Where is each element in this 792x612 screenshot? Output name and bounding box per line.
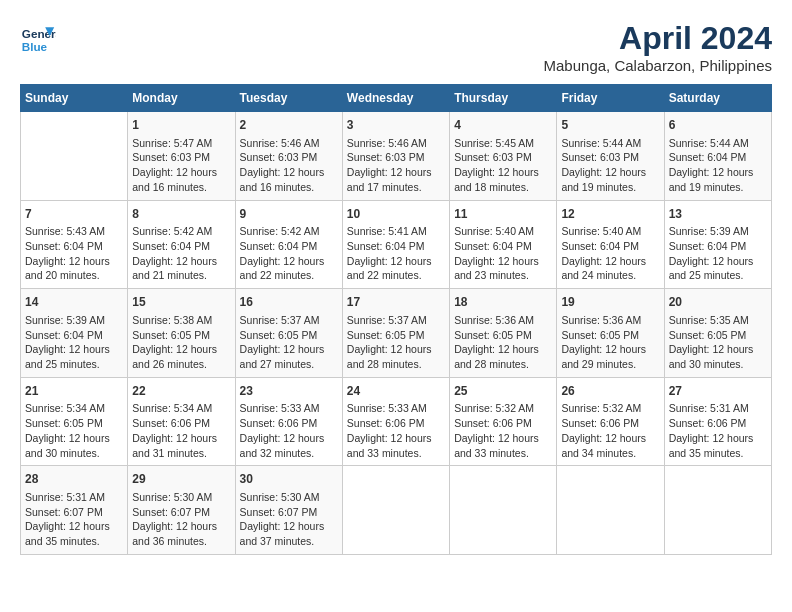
logo-icon: General Blue: [20, 20, 56, 56]
day-number: 8: [132, 206, 230, 223]
day-number: 22: [132, 383, 230, 400]
daylight-text: Daylight: 12 hours and 33 minutes.: [347, 432, 432, 459]
sunrise-text: Sunrise: 5:37 AM: [240, 314, 320, 326]
day-number: 25: [454, 383, 552, 400]
daylight-text: Daylight: 12 hours and 22 minutes.: [347, 255, 432, 282]
day-number: 19: [561, 294, 659, 311]
sunrise-text: Sunrise: 5:42 AM: [132, 225, 212, 237]
daylight-text: Daylight: 12 hours and 26 minutes.: [132, 343, 217, 370]
daylight-text: Daylight: 12 hours and 17 minutes.: [347, 166, 432, 193]
sunset-text: Sunset: 6:05 PM: [132, 329, 210, 341]
day-number: 17: [347, 294, 445, 311]
day-number: 16: [240, 294, 338, 311]
sunset-text: Sunset: 6:04 PM: [240, 240, 318, 252]
sunrise-text: Sunrise: 5:33 AM: [240, 402, 320, 414]
sunrise-text: Sunrise: 5:31 AM: [669, 402, 749, 414]
daylight-text: Daylight: 12 hours and 20 minutes.: [25, 255, 110, 282]
calendar-header-row: SundayMondayTuesdayWednesdayThursdayFrid…: [21, 85, 772, 112]
sunset-text: Sunset: 6:06 PM: [561, 417, 639, 429]
day-number: 18: [454, 294, 552, 311]
daylight-text: Daylight: 12 hours and 23 minutes.: [454, 255, 539, 282]
day-number: 26: [561, 383, 659, 400]
day-number: 3: [347, 117, 445, 134]
day-number: 27: [669, 383, 767, 400]
sunrise-text: Sunrise: 5:45 AM: [454, 137, 534, 149]
sunset-text: Sunset: 6:04 PM: [454, 240, 532, 252]
day-number: 7: [25, 206, 123, 223]
header-thursday: Thursday: [450, 85, 557, 112]
daylight-text: Daylight: 12 hours and 33 minutes.: [454, 432, 539, 459]
sunset-text: Sunset: 6:04 PM: [132, 240, 210, 252]
day-number: 20: [669, 294, 767, 311]
calendar-day: 17Sunrise: 5:37 AMSunset: 6:05 PMDayligh…: [342, 289, 449, 378]
sunset-text: Sunset: 6:04 PM: [669, 151, 747, 163]
sunrise-text: Sunrise: 5:44 AM: [669, 137, 749, 149]
calendar-day: 19Sunrise: 5:36 AMSunset: 6:05 PMDayligh…: [557, 289, 664, 378]
sunrise-text: Sunrise: 5:41 AM: [347, 225, 427, 237]
calendar-day: 5Sunrise: 5:44 AMSunset: 6:03 PMDaylight…: [557, 112, 664, 201]
sunrise-text: Sunrise: 5:37 AM: [347, 314, 427, 326]
sunrise-text: Sunrise: 5:39 AM: [25, 314, 105, 326]
sunrise-text: Sunrise: 5:44 AM: [561, 137, 641, 149]
sunset-text: Sunset: 6:03 PM: [561, 151, 639, 163]
sunset-text: Sunset: 6:05 PM: [669, 329, 747, 341]
sunset-text: Sunset: 6:05 PM: [25, 417, 103, 429]
calendar-day: [664, 466, 771, 555]
calendar-day: 11Sunrise: 5:40 AMSunset: 6:04 PMDayligh…: [450, 200, 557, 289]
calendar-day: 8Sunrise: 5:42 AMSunset: 6:04 PMDaylight…: [128, 200, 235, 289]
sunset-text: Sunset: 6:04 PM: [669, 240, 747, 252]
daylight-text: Daylight: 12 hours and 18 minutes.: [454, 166, 539, 193]
calendar-day: 23Sunrise: 5:33 AMSunset: 6:06 PMDayligh…: [235, 377, 342, 466]
calendar-day: [450, 466, 557, 555]
calendar-day: 15Sunrise: 5:38 AMSunset: 6:05 PMDayligh…: [128, 289, 235, 378]
calendar-week-5: 28Sunrise: 5:31 AMSunset: 6:07 PMDayligh…: [21, 466, 772, 555]
sunrise-text: Sunrise: 5:43 AM: [25, 225, 105, 237]
sunset-text: Sunset: 6:05 PM: [454, 329, 532, 341]
sunset-text: Sunset: 6:06 PM: [240, 417, 318, 429]
daylight-text: Daylight: 12 hours and 24 minutes.: [561, 255, 646, 282]
svg-text:Blue: Blue: [22, 40, 48, 53]
page-subtitle: Mabunga, Calabarzon, Philippines: [544, 57, 772, 74]
calendar-day: 1Sunrise: 5:47 AMSunset: 6:03 PMDaylight…: [128, 112, 235, 201]
header-monday: Monday: [128, 85, 235, 112]
sunrise-text: Sunrise: 5:30 AM: [132, 491, 212, 503]
sunrise-text: Sunrise: 5:42 AM: [240, 225, 320, 237]
daylight-text: Daylight: 12 hours and 36 minutes.: [132, 520, 217, 547]
sunrise-text: Sunrise: 5:46 AM: [347, 137, 427, 149]
day-number: 15: [132, 294, 230, 311]
title-area: April 2024 Mabunga, Calabarzon, Philippi…: [544, 20, 772, 74]
sunset-text: Sunset: 6:03 PM: [454, 151, 532, 163]
sunrise-text: Sunrise: 5:30 AM: [240, 491, 320, 503]
day-number: 28: [25, 471, 123, 488]
sunset-text: Sunset: 6:04 PM: [25, 240, 103, 252]
sunrise-text: Sunrise: 5:33 AM: [347, 402, 427, 414]
day-number: 23: [240, 383, 338, 400]
sunset-text: Sunset: 6:03 PM: [240, 151, 318, 163]
calendar-day: 13Sunrise: 5:39 AMSunset: 6:04 PMDayligh…: [664, 200, 771, 289]
calendar-day: 29Sunrise: 5:30 AMSunset: 6:07 PMDayligh…: [128, 466, 235, 555]
sunrise-text: Sunrise: 5:38 AM: [132, 314, 212, 326]
sunset-text: Sunset: 6:07 PM: [240, 506, 318, 518]
calendar-table: SundayMondayTuesdayWednesdayThursdayFrid…: [20, 84, 772, 555]
daylight-text: Daylight: 12 hours and 30 minutes.: [669, 343, 754, 370]
day-number: 30: [240, 471, 338, 488]
calendar-day: 21Sunrise: 5:34 AMSunset: 6:05 PMDayligh…: [21, 377, 128, 466]
calendar-day: 27Sunrise: 5:31 AMSunset: 6:06 PMDayligh…: [664, 377, 771, 466]
calendar-week-4: 21Sunrise: 5:34 AMSunset: 6:05 PMDayligh…: [21, 377, 772, 466]
day-number: 5: [561, 117, 659, 134]
daylight-text: Daylight: 12 hours and 37 minutes.: [240, 520, 325, 547]
day-number: 4: [454, 117, 552, 134]
daylight-text: Daylight: 12 hours and 31 minutes.: [132, 432, 217, 459]
day-number: 12: [561, 206, 659, 223]
sunrise-text: Sunrise: 5:32 AM: [454, 402, 534, 414]
day-number: 21: [25, 383, 123, 400]
day-number: 6: [669, 117, 767, 134]
calendar-day: 9Sunrise: 5:42 AMSunset: 6:04 PMDaylight…: [235, 200, 342, 289]
sunset-text: Sunset: 6:05 PM: [347, 329, 425, 341]
sunset-text: Sunset: 6:05 PM: [561, 329, 639, 341]
sunrise-text: Sunrise: 5:31 AM: [25, 491, 105, 503]
daylight-text: Daylight: 12 hours and 35 minutes.: [669, 432, 754, 459]
daylight-text: Daylight: 12 hours and 32 minutes.: [240, 432, 325, 459]
daylight-text: Daylight: 12 hours and 25 minutes.: [669, 255, 754, 282]
sunrise-text: Sunrise: 5:39 AM: [669, 225, 749, 237]
